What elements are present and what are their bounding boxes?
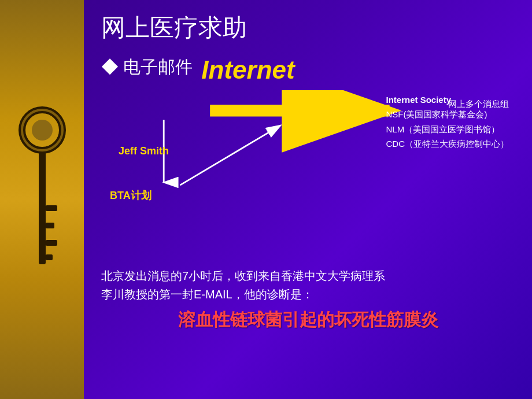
nsf-item: NSF(美国国家科学基金会) [386, 107, 509, 122]
diagnosis-text: 溶血性链球菌引起的坏死性筋膜炎 [101, 308, 515, 332]
bottom-text-line1: 北京发出消息的7小时后，收到来自香港中文大学病理系 [101, 267, 515, 285]
right-info-items: NSF(美国国家科学基金会) NLM（美国国立医学图书馆） CDC（亚特兰大疾病… [386, 107, 509, 152]
left-panel [0, 0, 84, 399]
nlm-item: NLM（美国国立医学图书馆） [386, 122, 509, 137]
svg-line-13 [180, 125, 280, 185]
cdc-item: CDC（亚特兰大疾病控制中心） [386, 136, 509, 152]
bottom-text-container: 北京发出消息的7小时后，收到来自香港中文大学病理系 李川教授的第一封E-MAIL… [101, 267, 515, 304]
diagram-area: 网上多个消息组 Jeff Smith BTA计划 Internet Societ… [101, 90, 515, 264]
svg-rect-4 [46, 223, 54, 228]
main-content: 网上医疗求助 ◆ 电子邮件 Internet [84, 0, 532, 399]
bta-label: BTA计划 [110, 189, 152, 202]
bullet-section: ◆ 电子邮件 Internet [101, 56, 515, 84]
internet-society-label: Internet Society [386, 93, 509, 107]
key-icon [13, 84, 71, 315]
jeff-smith-label: Jeff Smith [119, 145, 169, 157]
svg-point-1 [32, 120, 53, 141]
key-image-container [0, 0, 84, 399]
svg-rect-3 [46, 205, 57, 211]
svg-rect-6 [46, 254, 53, 260]
svg-rect-2 [39, 149, 46, 264]
page-title: 网上医疗求助 [101, 12, 515, 44]
right-info-block: Internet Society NSF(美国国家科学基金会) NLM（美国国立… [386, 93, 509, 152]
svg-rect-5 [46, 240, 57, 246]
bullet-text: ◆ 电子邮件 [101, 56, 193, 79]
bottom-text-line2: 李川教授的第一封E-MAIL，他的诊断是： [101, 285, 515, 304]
internet-label: Internet [201, 56, 294, 84]
